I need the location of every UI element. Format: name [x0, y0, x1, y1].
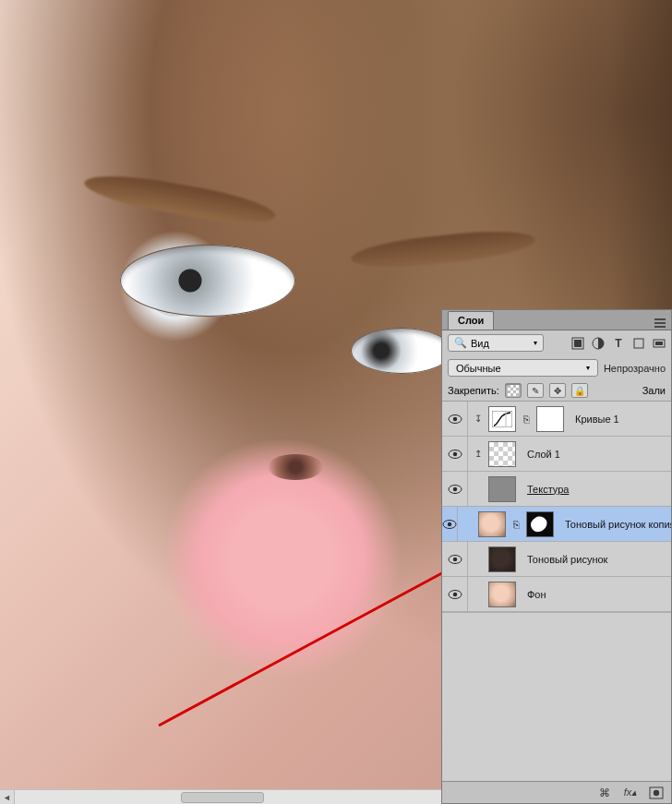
filter-smart-icon[interactable] [653, 337, 666, 350]
lock-all-button[interactable]: 🔒 [571, 383, 588, 398]
svg-point-16 [452, 451, 456, 455]
fill-label: Зали [642, 385, 666, 396]
link-icon[interactable]: ⎘ [511, 519, 521, 530]
svg-rect-6 [655, 342, 663, 345]
panel-menu-button[interactable] [653, 317, 667, 330]
layer-row[interactable]: Тоновый рисунок [442, 542, 671, 577]
blend-opacity-row: Обычные ▾ Непрозрачно [442, 355, 671, 380]
layer-mask-thumbnail[interactable] [526, 511, 554, 537]
visibility-toggle[interactable] [442, 472, 468, 506]
opacity-label: Непрозрачно [604, 363, 666, 374]
svg-point-27 [654, 789, 659, 795]
blend-mode-value: Обычные [456, 363, 501, 374]
lock-pixels-button[interactable]: ✎ [527, 383, 544, 398]
layer-name[interactable]: Кривые 1 [575, 414, 619, 425]
clip-indicator-icon: ↥ [474, 449, 483, 459]
tab-layers[interactable]: Слои [448, 311, 494, 330]
canvas-image-detail [351, 328, 452, 374]
layer-name[interactable]: Тоновый рисунок [527, 554, 607, 565]
layer-row[interactable]: Фон [442, 577, 671, 612]
layer-row[interactable]: Текстура [442, 472, 671, 507]
layer-row[interactable]: ⎘ Тоновый рисунок копия [442, 507, 671, 542]
filter-shape-icon[interactable] [632, 337, 645, 350]
scroll-left-button[interactable]: ◄ [0, 790, 15, 804]
layers-empty-area [442, 612, 671, 781]
layer-mask-thumbnail[interactable] [536, 406, 564, 432]
layers-panel: Слои 🔍 Вид ▾ T Обычные ▾ Непрозрачно Зак… [441, 309, 672, 804]
visibility-toggle[interactable] [442, 437, 468, 471]
visibility-toggle[interactable] [442, 402, 468, 436]
layer-filter-row: 🔍 Вид ▾ T [442, 330, 671, 355]
layer-thumbnail[interactable] [488, 582, 516, 607]
chevron-down-icon: ▾ [534, 339, 537, 347]
canvas-image-detail [268, 454, 323, 480]
layer-name[interactable]: Фон [527, 589, 546, 600]
svg-point-23 [452, 557, 456, 560]
add-mask-button[interactable] [649, 786, 664, 800]
filter-kind-select[interactable]: 🔍 Вид ▾ [448, 334, 544, 352]
lock-row: Закрепить: ✎ ✥ 🔒 Зали [442, 380, 671, 402]
filter-kind-label: Вид [471, 338, 489, 349]
chevron-down-icon: ▾ [586, 364, 590, 372]
layer-thumbnail[interactable] [488, 441, 516, 467]
link-icon: ⎘ [522, 414, 531, 425]
lock-label: Закрепить: [448, 385, 499, 396]
lock-position-button[interactable]: ✥ [549, 383, 566, 398]
filter-type-icon[interactable]: T [612, 337, 625, 350]
svg-rect-7 [508, 385, 519, 396]
layer-thumbnail[interactable] [478, 511, 506, 537]
panel-tabs: Слои [442, 310, 671, 330]
clip-indicator-icon: ↧ [474, 414, 483, 424]
layer-row[interactable]: ↧ ⎘ Кривые 1 [442, 402, 671, 437]
layer-name[interactable]: Слой 1 [527, 449, 560, 460]
blend-mode-select[interactable]: Обычные ▾ [448, 359, 598, 377]
scrollbar-track[interactable] [15, 790, 441, 804]
svg-point-25 [452, 592, 456, 595]
filter-pixel-icon[interactable] [571, 337, 584, 350]
horizontal-scrollbar[interactable]: ◄ [0, 789, 441, 804]
visibility-toggle[interactable] [442, 542, 468, 576]
search-icon: 🔍 [454, 337, 467, 349]
layers-list: ↧ ⎘ Кривые 1 ↥ Слой 1 Текстура [442, 402, 671, 781]
canvas-image-detail [120, 245, 295, 317]
layer-name[interactable]: Текстура [527, 484, 569, 495]
adjustment-thumbnail[interactable] [488, 406, 516, 432]
fx-button[interactable]: fx▴ [623, 786, 638, 800]
layer-name[interactable]: Тоновый рисунок копия [565, 519, 671, 530]
svg-rect-2 [574, 340, 582, 347]
layer-thumbnail[interactable] [488, 476, 516, 502]
layer-thumbnail[interactable] [488, 546, 516, 572]
scrollbar-thumb[interactable] [181, 792, 264, 803]
svg-point-20 [448, 522, 451, 525]
link-layers-button[interactable]: ⌘ [597, 786, 612, 800]
visibility-toggle[interactable] [442, 577, 468, 611]
svg-rect-4 [634, 339, 643, 348]
layers-bottom-bar: ⌘ fx▴ [442, 781, 671, 803]
visibility-toggle[interactable] [442, 507, 458, 541]
filter-adjustment-icon[interactable] [592, 337, 605, 350]
svg-point-12 [452, 416, 456, 420]
lock-transparency-button[interactable] [505, 383, 522, 398]
layer-row[interactable]: ↥ Слой 1 [442, 437, 671, 472]
svg-point-18 [452, 486, 456, 490]
